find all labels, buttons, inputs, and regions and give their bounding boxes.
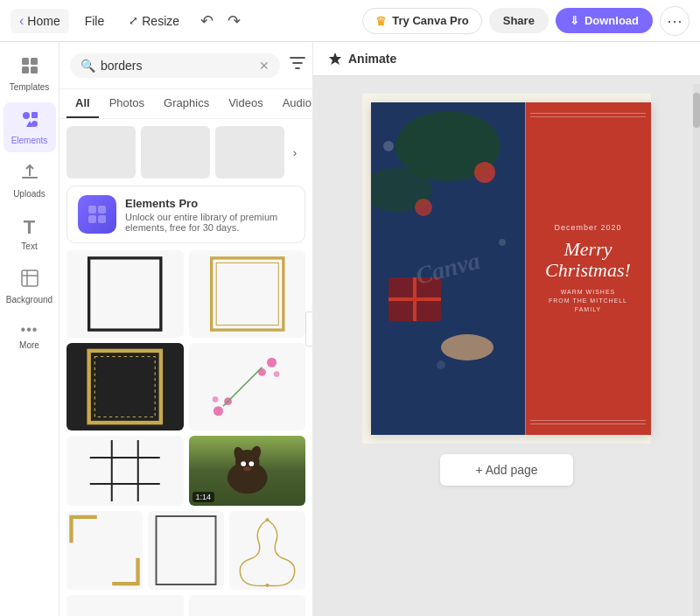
border-grid-row4 bbox=[66, 511, 305, 590]
svg-point-61 bbox=[437, 360, 445, 369]
svg-point-58 bbox=[415, 199, 432, 216]
filter-button[interactable] bbox=[285, 51, 310, 80]
pro-text: Elements Pro Unlock our entire library o… bbox=[125, 197, 294, 233]
search-input-wrap[interactable]: 🔍 ✕ bbox=[70, 53, 280, 78]
tab-all[interactable]: All bbox=[66, 89, 99, 118]
svg-point-37 bbox=[266, 518, 270, 522]
download-icon: ⇓ bbox=[570, 14, 579, 27]
top-navigation: ‹ Home File ⤢ Resize ↶ ↷ ♛ Try Canva Pro… bbox=[0, 0, 700, 42]
pro-description: Unlock our entire library of premium ele… bbox=[125, 212, 294, 233]
canvas-red-side: December 2020 Merry Christmas! WARM WISH… bbox=[525, 102, 651, 435]
border-item-9[interactable] bbox=[66, 595, 184, 616]
svg-rect-16 bbox=[89, 351, 161, 423]
svg-point-33 bbox=[241, 461, 246, 466]
border-item-3[interactable] bbox=[66, 343, 184, 430]
border-grid-row5 bbox=[66, 595, 305, 616]
svg-point-56 bbox=[441, 334, 494, 360]
uploads-icon bbox=[20, 163, 39, 186]
sidebar-item-uploads[interactable]: Uploads bbox=[4, 156, 56, 206]
border-item-6[interactable] bbox=[66, 511, 143, 590]
sidebar-item-templates[interactable]: Templates bbox=[4, 49, 56, 99]
search-panel: 🔍 ✕ All Photos Graphics Videos Audio bbox=[60, 42, 313, 616]
more-options-button[interactable]: ⋯ bbox=[660, 6, 690, 36]
tabs-bar: All Photos Graphics Videos Audio bbox=[60, 89, 312, 119]
svg-rect-13 bbox=[89, 258, 161, 330]
home-label: Home bbox=[27, 14, 60, 28]
elements-pro-banner[interactable]: Elements Pro Unlock our entire library o… bbox=[66, 186, 305, 243]
try-canva-label: Try Canva Pro bbox=[392, 14, 468, 27]
sidebar-item-templates-label: Templates bbox=[10, 82, 50, 92]
svg-rect-7 bbox=[32, 121, 38, 127]
scrollbar-thumb[interactable] bbox=[693, 93, 700, 128]
border-item-video[interactable]: 1:14 bbox=[189, 436, 306, 506]
sidebar-item-elements[interactable]: Elements bbox=[4, 102, 56, 152]
svg-line-24 bbox=[222, 368, 261, 406]
border-item-4[interactable] bbox=[189, 343, 306, 430]
placeholder-item bbox=[141, 126, 210, 178]
border-grid-row3: 1:14 bbox=[66, 436, 305, 506]
tab-graphics[interactable]: Graphics bbox=[155, 89, 218, 118]
resize-button[interactable]: ⤢ Resize bbox=[120, 10, 188, 32]
home-button[interactable]: ‹ Home bbox=[10, 9, 69, 33]
border-item-8[interactable] bbox=[229, 511, 305, 590]
border-item-10[interactable] bbox=[189, 595, 306, 616]
sidebar-item-more-label: More bbox=[19, 340, 39, 350]
svg-point-18 bbox=[213, 406, 222, 416]
card-merry-christmas: Merry Christmas! bbox=[536, 239, 640, 281]
border-item-1[interactable] bbox=[66, 250, 184, 338]
animate-button[interactable]: Animate bbox=[327, 51, 396, 66]
svg-rect-11 bbox=[88, 215, 96, 223]
border-item-5[interactable] bbox=[66, 436, 184, 506]
card-subtitle-line2: FROM THE MITCHELL FAMILY bbox=[549, 298, 627, 312]
crown-icon: ♛ bbox=[375, 14, 387, 28]
corner-lines bbox=[530, 113, 646, 117]
corner-line-1 bbox=[530, 113, 646, 114]
share-button[interactable]: Share bbox=[489, 8, 549, 33]
undo-button[interactable]: ↶ bbox=[195, 6, 219, 36]
file-button[interactable]: File bbox=[76, 10, 114, 32]
card-date: December 2020 bbox=[554, 223, 621, 232]
sidebar-item-text[interactable]: T Text bbox=[4, 209, 56, 258]
search-input[interactable] bbox=[101, 59, 254, 73]
svg-point-20 bbox=[212, 396, 218, 402]
corner-lines-bottom bbox=[530, 420, 646, 424]
collapse-panel-button[interactable]: ‹ bbox=[305, 312, 313, 346]
border-grid-row1 bbox=[66, 250, 305, 338]
svg-point-21 bbox=[266, 358, 276, 368]
more-icon: ••• bbox=[21, 322, 38, 338]
tab-videos[interactable]: Videos bbox=[220, 89, 272, 118]
content-area[interactable]: › Elements Pro Unlock our entire library… bbox=[60, 119, 312, 616]
border-item-2[interactable] bbox=[189, 250, 306, 338]
svg-rect-15 bbox=[216, 262, 278, 325]
card-subtitle: WARM WISHES FROM THE MITCHELL FAMILY bbox=[536, 288, 640, 313]
background-icon bbox=[20, 269, 39, 292]
svg-rect-3 bbox=[31, 66, 38, 74]
tab-photos[interactable]: Photos bbox=[101, 89, 153, 118]
canvas-wrapper: Canva December 2020 bbox=[345, 76, 668, 616]
border-item-7[interactable] bbox=[148, 511, 224, 590]
svg-point-34 bbox=[248, 461, 254, 466]
chevron-right-button[interactable]: › bbox=[284, 146, 305, 159]
tab-audio[interactable]: Audio bbox=[274, 89, 313, 118]
sidebar-item-text-label: Text bbox=[21, 242, 37, 251]
pro-title: Elements Pro bbox=[125, 197, 294, 210]
search-bar: 🔍 ✕ bbox=[60, 42, 312, 89]
try-canva-pro-button[interactable]: ♛ Try Canva Pro bbox=[362, 8, 481, 34]
svg-rect-17 bbox=[94, 357, 155, 417]
redo-button[interactable]: ↷ bbox=[222, 6, 246, 36]
svg-rect-10 bbox=[98, 206, 106, 214]
svg-rect-0 bbox=[22, 58, 29, 65]
svg-point-4 bbox=[23, 112, 30, 119]
sidebar: Templates Elements Uploads bbox=[0, 42, 60, 616]
main-layout: Templates Elements Uploads bbox=[0, 42, 700, 616]
placeholder-item bbox=[66, 126, 136, 178]
sidebar-item-more[interactable]: ••• More bbox=[4, 315, 56, 357]
scrollbar-track[interactable] bbox=[693, 84, 700, 616]
animate-label: Animate bbox=[348, 52, 396, 66]
download-button[interactable]: ⇓ Download bbox=[556, 8, 653, 33]
canvas-card[interactable]: Canva December 2020 bbox=[371, 102, 651, 435]
search-clear-icon[interactable]: ✕ bbox=[259, 59, 270, 73]
sidebar-item-background[interactable]: Background bbox=[4, 262, 56, 312]
svg-point-35 bbox=[243, 466, 251, 471]
add-page-button[interactable]: + Add page bbox=[440, 454, 572, 486]
